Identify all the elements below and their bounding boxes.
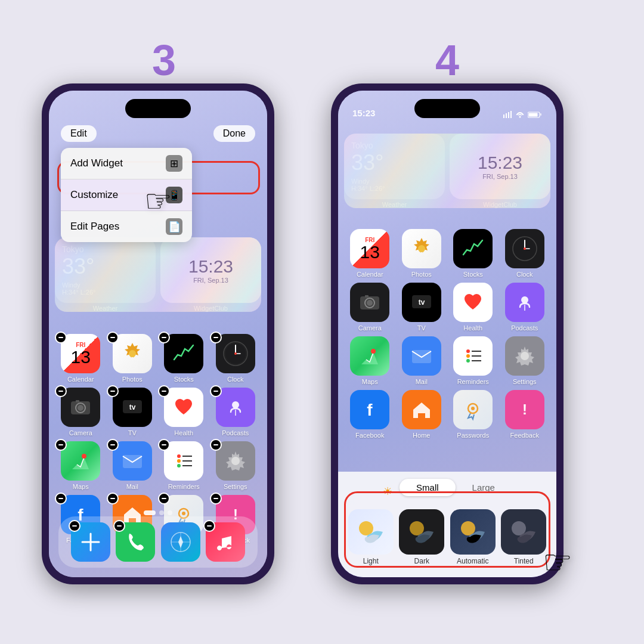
svg-point-21 bbox=[177, 464, 181, 467]
app-feedback-2[interactable]: ! Feedback bbox=[501, 390, 549, 439]
phone2: 15:23 Tokyo 33° Windy H:34° L:26° Weathe… bbox=[331, 83, 564, 584]
app-grid-row3-phone1: Maps Mail Reminders bbox=[55, 441, 261, 490]
dock-safari-1[interactable] bbox=[161, 522, 200, 562]
app-calendar-1[interactable]: FRI 13 Calendar bbox=[57, 334, 104, 383]
svg-rect-40 bbox=[529, 113, 538, 117]
size-tabs: Small Large bbox=[400, 479, 512, 496]
dock-music-1[interactable] bbox=[206, 522, 245, 562]
app-maps-1[interactable]: Maps bbox=[57, 441, 104, 490]
svg-point-55 bbox=[371, 349, 376, 354]
widget-row-phone1: Tokyo 33° Windy H:34° L:26° Weather 15:2… bbox=[55, 237, 261, 312]
app-home-2[interactable]: Home bbox=[398, 390, 445, 439]
svg-point-75 bbox=[512, 521, 526, 535]
app-camera-2[interactable]: Camera bbox=[346, 283, 394, 332]
svg-point-46 bbox=[524, 247, 526, 250]
club-date-1: FRI, Sep.13 bbox=[188, 277, 233, 284]
club-time-2: 15:23 bbox=[478, 153, 522, 173]
edit-button[interactable]: Edit bbox=[61, 125, 97, 142]
app-maps-2[interactable]: Maps bbox=[346, 336, 394, 385]
step4-number: 4 bbox=[435, 36, 459, 85]
selector-panel: ☀ Small Large Light bbox=[338, 472, 556, 577]
app-camera-1[interactable]: Camera bbox=[57, 388, 104, 436]
app-tv-2[interactable]: tv TV bbox=[398, 283, 445, 332]
app-grid-row4-phone2: f Facebook Home Passwords ! Fee bbox=[344, 390, 550, 439]
app-photos-2[interactable]: Photos bbox=[398, 229, 445, 278]
menu-customize[interactable]: Customize 📱 bbox=[61, 179, 192, 211]
svg-rect-50 bbox=[365, 295, 369, 298]
club-date-2: FRI, Sep.13 bbox=[478, 173, 522, 180]
svg-point-61 bbox=[466, 359, 470, 363]
automatic-label: Automatic bbox=[457, 557, 488, 565]
svg-rect-10 bbox=[76, 400, 79, 402]
widget-option-tinted[interactable]: Tinted bbox=[501, 509, 546, 565]
svg-point-59 bbox=[466, 354, 470, 358]
svg-rect-35 bbox=[506, 113, 507, 118]
svg-text:!: ! bbox=[522, 401, 527, 417]
app-podcasts-1[interactable]: Podcasts bbox=[212, 388, 259, 436]
app-grid-row3-phone2: Maps Mail Reminders Settings bbox=[344, 336, 550, 385]
svg-rect-34 bbox=[503, 114, 504, 118]
menu-edit-pages[interactable]: Edit Pages 📄 bbox=[61, 211, 192, 242]
widget-options: Light Dark Automatic bbox=[348, 509, 547, 565]
svg-point-38 bbox=[519, 116, 521, 118]
svg-text:tv: tv bbox=[129, 403, 135, 411]
app-health-2[interactable]: Health bbox=[450, 283, 497, 332]
app-mail-2[interactable]: Mail bbox=[398, 336, 445, 385]
edit-pages-icon: 📄 bbox=[166, 218, 182, 235]
widget-option-light[interactable]: Light bbox=[348, 509, 394, 565]
app-settings-2[interactable]: Settings bbox=[501, 336, 549, 385]
widget-option-dark[interactable]: Dark bbox=[399, 509, 444, 565]
svg-text:f: f bbox=[367, 401, 373, 419]
svg-point-19 bbox=[177, 459, 181, 463]
svg-point-26 bbox=[182, 512, 185, 515]
app-grid-row1-phone2: FRI 13 Calendar Photos Stocks bbox=[344, 229, 550, 278]
size-tab-small[interactable]: Small bbox=[400, 479, 456, 496]
svg-rect-37 bbox=[510, 111, 512, 118]
app-clock-1[interactable]: Clock bbox=[212, 334, 259, 383]
svg-point-1 bbox=[129, 350, 136, 357]
app-grid-row2-phone2: Camera tv TV Health Podcasts bbox=[344, 283, 550, 332]
size-tab-large[interactable]: Large bbox=[456, 479, 512, 496]
widget-row-phone2: Tokyo 33° Windy H:34° L:26° Weather 15:2… bbox=[344, 134, 550, 208]
app-reminders-2[interactable]: Reminders bbox=[450, 336, 497, 385]
add-widget-icon: ⊞ bbox=[166, 155, 182, 172]
app-grid-row2-phone1: Camera tv TV Health P bbox=[55, 388, 261, 436]
app-calendar-2[interactable]: FRI 13 Calendar bbox=[346, 229, 394, 278]
status-time-2: 15:23 bbox=[352, 108, 375, 118]
svg-point-71 bbox=[410, 521, 424, 535]
app-stocks-2[interactable]: Stocks bbox=[450, 229, 497, 278]
app-mail-1[interactable]: Mail bbox=[109, 441, 156, 490]
app-facebook-2[interactable]: f Facebook bbox=[346, 390, 394, 439]
context-menu: Add Widget ⊞ Customize 📱 Edit Pages 📄 bbox=[61, 148, 192, 242]
club-time-1: 15:23 bbox=[188, 256, 233, 277]
dock-phone-1[interactable] bbox=[116, 522, 155, 562]
done-button[interactable]: Done bbox=[213, 125, 255, 142]
svg-point-69 bbox=[359, 521, 373, 535]
status-icons-2 bbox=[503, 111, 542, 118]
svg-point-9 bbox=[78, 405, 83, 411]
app-health-1[interactable]: Health bbox=[160, 388, 208, 436]
widget-option-automatic[interactable]: Automatic bbox=[450, 509, 496, 565]
svg-point-49 bbox=[367, 300, 373, 306]
svg-text:tv: tv bbox=[418, 298, 425, 306]
step3-number: 3 bbox=[152, 36, 176, 85]
app-clock-2[interactable]: Clock bbox=[501, 229, 549, 278]
app-tv-1[interactable]: tv TV bbox=[109, 388, 156, 436]
customize-icon: 📱 bbox=[166, 187, 182, 203]
dark-label: Dark bbox=[414, 557, 429, 565]
dock-phone1 bbox=[58, 516, 258, 568]
app-passwords-2[interactable]: Passwords bbox=[450, 390, 497, 439]
menu-add-widget[interactable]: Add Widget ⊞ bbox=[61, 148, 192, 179]
app-stocks-1[interactable]: Stocks bbox=[160, 334, 208, 383]
app-photos-1[interactable]: Photos bbox=[109, 334, 156, 383]
sun-icon: ☀ bbox=[383, 485, 392, 498]
app-reminders-1[interactable]: Reminders bbox=[160, 441, 208, 490]
dock-appstore-1[interactable] bbox=[71, 522, 110, 562]
tinted-label: Tinted bbox=[514, 557, 534, 565]
svg-point-17 bbox=[177, 454, 181, 458]
edit-done-bar: Edit Done bbox=[49, 123, 267, 144]
app-podcasts-2[interactable]: Podcasts bbox=[501, 283, 549, 332]
app-settings-1[interactable]: Settings bbox=[212, 441, 259, 490]
phone1: Edit Done Add Widget ⊞ Customize 📱 Edit … bbox=[42, 83, 274, 584]
svg-point-42 bbox=[418, 245, 425, 252]
